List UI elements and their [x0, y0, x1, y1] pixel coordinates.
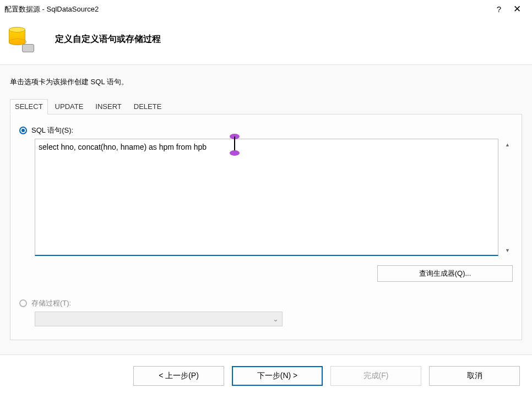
scroll-down-icon[interactable]: ▼ — [505, 248, 510, 253]
tab-panel: SQL 语句(S): ▲ ▼ 查询生成器(Q)... 存储过程(T): ⌄ — [10, 114, 522, 340]
tab-insert[interactable]: INSERT — [90, 99, 126, 114]
next-button[interactable]: 下一步(N) > — [232, 366, 323, 386]
sql-tabs: SELECT UPDATE INSERT DELETE — [10, 99, 522, 114]
sql-textarea[interactable] — [35, 139, 498, 256]
title-bar: 配置数据源 - SqlDataSource2 ? ✕ — [0, 0, 532, 17]
instruction-text: 单击选项卡为该操作创建 SQL 语句。 — [10, 77, 522, 87]
datasource-icon — [9, 27, 33, 51]
sql-statement-radio-label: SQL 语句(S): — [31, 125, 73, 135]
tab-delete[interactable]: DELETE — [129, 99, 167, 114]
sql-statement-radio-row[interactable]: SQL 语句(S): — [19, 125, 513, 135]
scroll-up-icon[interactable]: ▲ — [505, 142, 510, 148]
chevron-down-icon: ⌄ — [273, 315, 279, 323]
tab-select[interactable]: SELECT — [10, 99, 48, 114]
help-button[interactable]: ? — [490, 4, 508, 14]
wizard-header: 定义自定义语句或存储过程 — [0, 17, 532, 64]
finish-button: 完成(F) — [330, 366, 421, 386]
radio-icon — [19, 127, 27, 134]
wizard-footer: < 上一步(P) 下一步(N) > 完成(F) 取消 — [0, 355, 532, 386]
stored-proc-select: ⌄ — [35, 312, 283, 326]
wizard-title: 定义自定义语句或存储过程 — [55, 34, 161, 45]
close-button[interactable]: ✕ — [508, 3, 526, 15]
query-builder-row: 查询生成器(Q)... — [35, 265, 513, 282]
query-builder-button[interactable]: 查询生成器(Q)... — [377, 265, 513, 282]
tab-update[interactable]: UPDATE — [50, 99, 89, 114]
stored-proc-radio-row[interactable]: 存储过程(T): — [19, 298, 513, 308]
radio-icon — [19, 299, 27, 307]
sql-textarea-wrap: ▲ ▼ — [35, 139, 513, 258]
prev-button[interactable]: < 上一步(P) — [133, 366, 224, 386]
cancel-button[interactable]: 取消 — [429, 366, 520, 386]
window-title: 配置数据源 - SqlDataSource2 — [4, 4, 490, 14]
stored-proc-radio-label: 存储过程(T): — [31, 298, 71, 308]
work-area: 单击选项卡为该操作创建 SQL 语句。 SELECT UPDATE INSERT… — [0, 64, 532, 355]
